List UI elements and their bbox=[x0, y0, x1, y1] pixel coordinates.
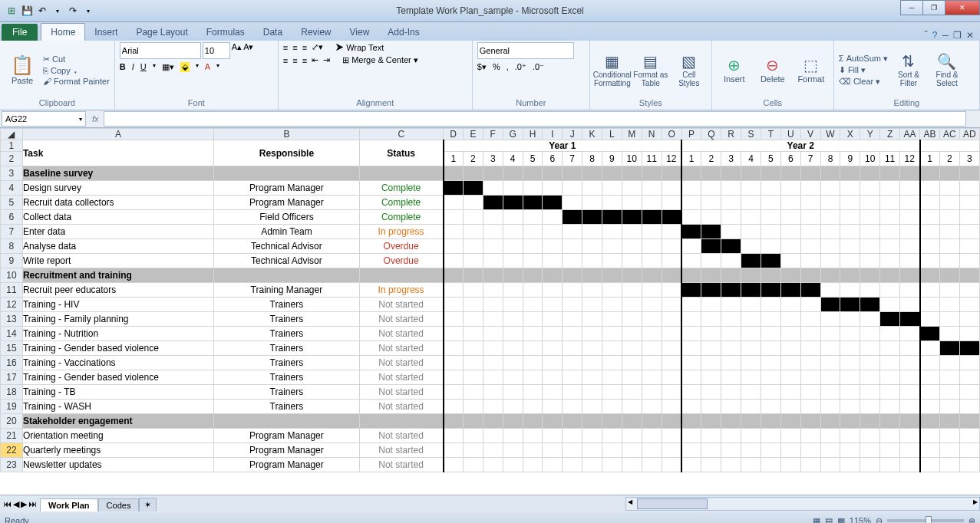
gantt-cell[interactable] bbox=[543, 239, 563, 254]
col-header-U[interactable]: U bbox=[780, 129, 800, 140]
gantt-cell[interactable] bbox=[523, 341, 543, 356]
gantt-cell[interactable] bbox=[523, 356, 543, 370]
gantt-cell[interactable] bbox=[642, 283, 662, 298]
gantt-cell[interactable] bbox=[444, 370, 464, 385]
task-cell[interactable]: Training - HIV bbox=[22, 298, 213, 312]
gantt-cell[interactable] bbox=[523, 239, 543, 254]
task-cell[interactable]: Training - Gender based violence bbox=[22, 370, 213, 385]
gantt-cell[interactable] bbox=[543, 356, 563, 370]
gantt-cell[interactable] bbox=[880, 312, 900, 327]
gantt-cell[interactable] bbox=[582, 254, 602, 268]
gantt-cell[interactable] bbox=[681, 327, 701, 341]
task-cell[interactable]: Recruit peer educators bbox=[22, 283, 213, 298]
gantt-cell[interactable] bbox=[503, 254, 523, 268]
gantt-cell[interactable] bbox=[582, 429, 602, 443]
section-header[interactable]: Stakeholder engagement bbox=[22, 414, 213, 429]
gantt-cell[interactable] bbox=[860, 429, 880, 443]
gantt-cell[interactable] bbox=[444, 385, 464, 400]
row-header-16[interactable]: 16 bbox=[1, 356, 23, 370]
gantt-cell[interactable] bbox=[681, 400, 701, 414]
responsible-cell[interactable]: Admin Team bbox=[214, 225, 359, 239]
gantt-cell[interactable] bbox=[900, 341, 920, 356]
status-cell[interactable]: Overdue bbox=[359, 239, 444, 254]
gantt-cell[interactable] bbox=[503, 196, 523, 210]
gantt-cell[interactable] bbox=[939, 400, 959, 414]
gantt-cell[interactable] bbox=[543, 283, 563, 298]
row-header-23[interactable]: 23 bbox=[1, 458, 23, 472]
gantt-cell[interactable] bbox=[920, 225, 940, 239]
gantt-cell[interactable] bbox=[780, 341, 800, 356]
gantt-cell[interactable] bbox=[483, 225, 503, 239]
task-cell[interactable]: Training - Vaccinations bbox=[22, 356, 213, 370]
gantt-cell[interactable] bbox=[622, 443, 642, 458]
gantt-cell[interactable] bbox=[543, 327, 563, 341]
gantt-cell[interactable] bbox=[622, 429, 642, 443]
gantt-cell[interactable] bbox=[920, 210, 940, 225]
gantt-cell[interactable] bbox=[503, 298, 523, 312]
gantt-cell[interactable] bbox=[701, 370, 721, 385]
gantt-cell[interactable] bbox=[582, 385, 602, 400]
gantt-cell[interactable] bbox=[622, 254, 642, 268]
gantt-cell[interactable] bbox=[543, 429, 563, 443]
row-header-18[interactable]: 18 bbox=[1, 385, 23, 400]
sheet-nav-next[interactable]: ▶ bbox=[21, 499, 27, 509]
autosum-button[interactable]: Σ AutoSum ▾ bbox=[839, 54, 888, 64]
gantt-cell[interactable] bbox=[860, 283, 880, 298]
gantt-cell[interactable] bbox=[523, 312, 543, 327]
undo-dropdown[interactable]: ▾ bbox=[51, 4, 64, 18]
gantt-cell[interactable] bbox=[503, 225, 523, 239]
tab-home[interactable]: Home bbox=[41, 23, 85, 41]
gantt-cell[interactable] bbox=[900, 254, 920, 268]
task-cell[interactable]: Training - Family planning bbox=[22, 312, 213, 327]
gantt-cell[interactable] bbox=[642, 196, 662, 210]
gantt-cell[interactable] bbox=[959, 429, 979, 443]
gantt-cell[interactable] bbox=[920, 312, 940, 327]
gantt-cell[interactable] bbox=[761, 429, 780, 443]
gantt-cell[interactable] bbox=[959, 400, 979, 414]
gantt-cell[interactable] bbox=[602, 385, 622, 400]
gantt-cell[interactable] bbox=[602, 341, 622, 356]
gantt-cell[interactable] bbox=[959, 283, 979, 298]
gantt-cell[interactable] bbox=[900, 210, 920, 225]
gantt-cell[interactable] bbox=[820, 225, 840, 239]
gantt-cell[interactable] bbox=[880, 429, 900, 443]
gantt-cell[interactable] bbox=[563, 443, 582, 458]
gantt-cell[interactable] bbox=[543, 225, 563, 239]
increase-decimal-button[interactable]: .0⁺ bbox=[515, 62, 526, 72]
gantt-cell[interactable] bbox=[800, 210, 820, 225]
status-cell[interactable]: Not started bbox=[359, 312, 444, 327]
gantt-cell[interactable] bbox=[800, 312, 820, 327]
gantt-cell[interactable] bbox=[840, 429, 860, 443]
gantt-cell[interactable] bbox=[701, 327, 721, 341]
gantt-cell[interactable] bbox=[563, 283, 582, 298]
gantt-cell[interactable] bbox=[681, 254, 701, 268]
gantt-cell[interactable] bbox=[503, 341, 523, 356]
gantt-cell[interactable] bbox=[464, 400, 483, 414]
gantt-cell[interactable] bbox=[939, 254, 959, 268]
sheet-tab-workplan[interactable]: Work Plan bbox=[40, 498, 98, 511]
gantt-cell[interactable] bbox=[662, 283, 681, 298]
gantt-cell[interactable] bbox=[721, 210, 741, 225]
gantt-cell[interactable] bbox=[701, 283, 721, 298]
task-cell[interactable]: Newsletter updates bbox=[22, 458, 213, 472]
gantt-cell[interactable] bbox=[503, 429, 523, 443]
gantt-cell[interactable] bbox=[721, 196, 741, 210]
gantt-cell[interactable] bbox=[880, 458, 900, 472]
gantt-cell[interactable] bbox=[840, 385, 860, 400]
gantt-cell[interactable] bbox=[860, 210, 880, 225]
status-cell[interactable]: Overdue bbox=[359, 254, 444, 268]
gantt-cell[interactable] bbox=[840, 458, 860, 472]
zoom-in-button[interactable]: ⊕ bbox=[968, 516, 975, 524]
percent-button[interactable]: % bbox=[493, 62, 500, 72]
underline-button[interactable]: U bbox=[140, 62, 147, 72]
gantt-cell[interactable] bbox=[741, 356, 761, 370]
minimize-button[interactable]: ─ bbox=[900, 0, 923, 15]
gantt-cell[interactable] bbox=[959, 312, 979, 327]
gantt-cell[interactable] bbox=[681, 181, 701, 196]
responsible-cell[interactable]: Program Manager bbox=[214, 196, 359, 210]
gantt-cell[interactable] bbox=[523, 210, 543, 225]
gantt-cell[interactable] bbox=[582, 443, 602, 458]
gantt-cell[interactable] bbox=[900, 181, 920, 196]
gantt-cell[interactable] bbox=[741, 225, 761, 239]
gantt-cell[interactable] bbox=[701, 181, 721, 196]
